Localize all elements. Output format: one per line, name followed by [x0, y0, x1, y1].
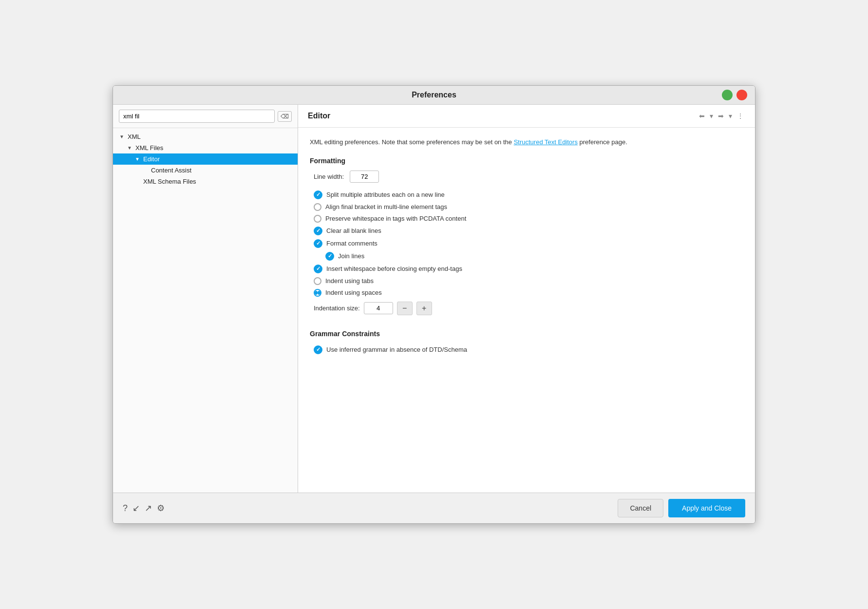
grammar-section: Grammar Constraints Use inferred grammar…	[310, 330, 743, 356]
main-panel: Editor ⬅ ▾ ➡ ▾ ⋮ XML editing preferences…	[298, 105, 755, 493]
radio-align-bracket-control[interactable]	[314, 203, 321, 211]
tree-item-xml-files[interactable]: ▼ XML Files	[113, 142, 298, 153]
checkbox-inferred-grammar-control[interactable]	[314, 345, 322, 354]
window-controls	[722, 90, 747, 100]
preferences-dialog: Preferences ⌫ ▼ XML ▼ XML Files	[113, 85, 755, 524]
nav-forward-button[interactable]: ➡	[717, 111, 725, 121]
radio-preserve-ws-control[interactable]	[314, 215, 321, 223]
line-width-input[interactable]	[350, 171, 379, 183]
radio-indent-spaces-label: Indent using spaces	[325, 289, 382, 296]
radio-indent-spaces[interactable]: Indent using spaces	[310, 287, 743, 299]
checkbox-inferred-grammar-label: Use inferred grammar in absence of DTD/S…	[326, 346, 467, 353]
tree-label-content-assist: Content Assist	[151, 167, 191, 174]
export-icon[interactable]: ↗	[145, 503, 152, 514]
checkbox-preserve-ws-label: Preserve whitespace in tags with PCDATA …	[325, 215, 466, 222]
sidebar: ⌫ ▼ XML ▼ XML Files ▼ Editor	[113, 105, 298, 493]
tree-label-xml: XML	[128, 133, 141, 140]
indentation-input[interactable]	[364, 302, 393, 314]
checkbox-align-bracket-label: Align final bracket in multi-line elemen…	[325, 203, 447, 210]
indentation-decrement-button[interactable]: −	[397, 302, 413, 315]
nav-more-button[interactable]: ⋮	[736, 111, 745, 121]
search-bar: ⌫	[113, 105, 298, 128]
checkbox-clear-blank[interactable]: Clear all blank lines	[310, 225, 743, 237]
nav-back-dropdown[interactable]: ▾	[708, 111, 715, 121]
footer-buttons: Cancel Apply and Close	[618, 499, 745, 517]
line-width-label: Line width:	[314, 173, 344, 180]
grammar-section-title: Grammar Constraints	[310, 330, 743, 338]
import-icon[interactable]: ↙	[132, 503, 140, 514]
indentation-increment-button[interactable]: +	[416, 302, 432, 315]
panel-header: Editor ⬅ ▾ ➡ ▾ ⋮	[298, 105, 755, 128]
checkbox-insert-ws-control[interactable]	[314, 265, 322, 273]
radio-indent-spaces-control[interactable]	[314, 289, 321, 297]
title-bar: Preferences	[113, 86, 755, 105]
help-icon[interactable]: ?	[123, 503, 128, 514]
tree-label-xml-files: XML Files	[135, 144, 163, 152]
tree: ▼ XML ▼ XML Files ▼ Editor Content Assis…	[113, 128, 298, 493]
arrow-icon: ▼	[119, 134, 125, 139]
panel-nav: ⬅ ▾ ➡ ▾ ⋮	[698, 111, 745, 121]
tree-item-content-assist[interactable]: Content Assist	[113, 165, 298, 176]
radio-indent-tabs-label: Indent using tabs	[325, 277, 374, 285]
checkbox-insert-ws-label: Insert whitespace before closing empty e…	[326, 265, 462, 272]
dialog-footer: ? ↙ ↗ ⚙ Cancel Apply and Close	[113, 493, 755, 523]
tree-label-xml-schema-files: XML Schema Files	[143, 178, 196, 185]
maximize-button[interactable]	[722, 90, 733, 100]
formatting-section: Formatting Line width: Split multiple at…	[310, 157, 743, 318]
checkbox-split-attrs-control[interactable]	[314, 190, 322, 199]
nav-back-button[interactable]: ⬅	[698, 111, 706, 121]
checkbox-join-lines-label: Join lines	[338, 252, 364, 260]
structured-text-editors-link[interactable]: Structured Text Editors	[514, 138, 578, 146]
line-width-row: Line width:	[310, 171, 743, 183]
apply-and-close-button[interactable]: Apply and Close	[668, 499, 745, 517]
dialog-title: Preferences	[412, 91, 456, 99]
arrow-icon: ▼	[127, 145, 132, 151]
description: XML editing preferences. Note that some …	[310, 137, 743, 147]
indentation-row: Indentation size: − +	[310, 299, 743, 318]
cancel-button[interactable]: Cancel	[618, 499, 663, 517]
description-text2: preference page.	[580, 138, 627, 146]
panel-title: Editor	[308, 112, 330, 120]
checkbox-clear-blank-control[interactable]	[314, 227, 322, 235]
checkbox-clear-blank-label: Clear all blank lines	[326, 227, 381, 234]
checkbox-format-comments-label: Format comments	[326, 240, 377, 247]
checkbox-join-lines-control[interactable]	[325, 252, 334, 261]
settings-icon[interactable]: ⚙	[157, 503, 165, 514]
radio-indent-tabs[interactable]: Indent using tabs	[310, 275, 743, 287]
nav-forward-dropdown[interactable]: ▾	[727, 111, 734, 121]
tree-item-editor[interactable]: ▼ Editor	[113, 153, 298, 165]
tree-item-xml-schema-files[interactable]: XML Schema Files	[113, 176, 298, 187]
search-input[interactable]	[119, 110, 275, 123]
checkbox-insert-ws[interactable]: Insert whitespace before closing empty e…	[310, 263, 743, 275]
checkbox-join-lines[interactable]: Join lines	[310, 250, 743, 263]
radio-indent-tabs-control[interactable]	[314, 277, 321, 285]
formatting-section-title: Formatting	[310, 157, 743, 165]
checkbox-split-attrs[interactable]: Split multiple attributes each on a new …	[310, 189, 743, 201]
checkbox-preserve-ws[interactable]: Preserve whitespace in tags with PCDATA …	[310, 213, 743, 225]
checkbox-split-attrs-label: Split multiple attributes each on a new …	[326, 191, 445, 198]
panel-content: XML editing preferences. Note that some …	[298, 128, 755, 493]
dialog-body: ⌫ ▼ XML ▼ XML Files ▼ Editor	[113, 105, 755, 493]
checkbox-format-comments[interactable]: Format comments	[310, 237, 743, 250]
checkbox-inferred-grammar[interactable]: Use inferred grammar in absence of DTD/S…	[310, 343, 743, 356]
checkbox-format-comments-control[interactable]	[314, 239, 322, 248]
tree-label-editor: Editor	[143, 155, 160, 163]
checkbox-align-bracket[interactable]: Align final bracket in multi-line elemen…	[310, 201, 743, 213]
tree-item-xml[interactable]: ▼ XML	[113, 131, 298, 142]
footer-icons: ? ↙ ↗ ⚙	[123, 503, 165, 514]
indentation-label: Indentation size:	[314, 304, 360, 312]
description-text1: XML editing preferences. Note that some …	[310, 138, 512, 146]
search-clear-button[interactable]: ⌫	[278, 111, 292, 122]
close-button[interactable]	[736, 90, 747, 100]
arrow-icon: ▼	[134, 156, 140, 162]
